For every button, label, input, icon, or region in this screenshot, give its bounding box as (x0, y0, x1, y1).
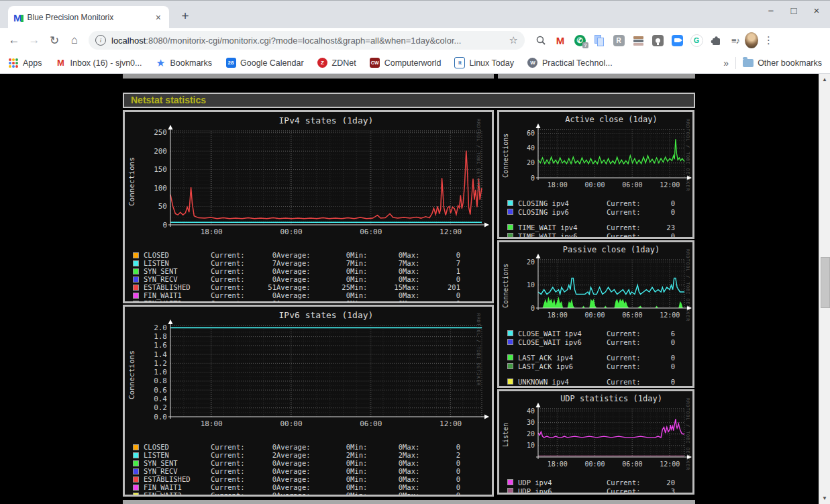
ipv6-legend: CLOSEDCurrent:0Average:0Min:0Max:0LISTEN… (127, 441, 492, 497)
minimize-button[interactable]: − (764, 5, 778, 16)
reload-button[interactable]: ↻ (46, 32, 63, 49)
graph-panel-active-close[interactable]: Connections 020406018:0000:0006:0012:00A… (497, 110, 694, 239)
legend-swatch (507, 233, 513, 239)
bookmark-item[interactable]: Apps (8, 58, 42, 68)
legend-row: CLOSE_WAIT ipv4Current:6 (507, 329, 692, 338)
playlist-ext-icon[interactable]: ≡♪ (729, 34, 742, 47)
graph-panel-ipv6-states[interactable]: Connections 0.00.20.40.60.81.01.21.41.61… (123, 305, 494, 497)
legend-swatch (133, 468, 139, 474)
bookmark-item[interactable]: MInbox (16) - sjvn0... (56, 58, 142, 68)
y-axis-label: Connections (127, 115, 138, 249)
legend-swatch (133, 293, 139, 299)
svg-text:20: 20 (527, 258, 535, 266)
rrdtool-branding: RRDTOOL / TOBI OETIKER (685, 398, 690, 470)
legend-swatch (133, 260, 139, 266)
books-stack-ext-icon[interactable] (631, 34, 645, 47)
site-info-icon[interactable]: i (95, 35, 106, 46)
y-axis-label: Connections (502, 115, 513, 197)
forward-button[interactable]: → (25, 32, 43, 49)
browser-tab[interactable]: M Blue Precision Monitorix × (8, 6, 169, 29)
svg-text:00:00: 00:00 (585, 181, 605, 189)
address-bar[interactable]: i localhost:8080/monitorix-cgi/monitorix… (89, 31, 525, 50)
bookmark-item[interactable]: ltLinux Today (454, 58, 514, 68)
url-text[interactable]: localhost:8080/monitorix-cgi/monitorix.c… (111, 36, 505, 46)
legend-row: FIN_WAIT2Current:0Average:0Min:0Max:0 (133, 491, 492, 497)
bookmark-item[interactable]: ZZDNet (317, 58, 356, 68)
svg-text:1.6: 1.6 (154, 341, 167, 350)
legend-row: TIME_WAIT ipv6Current:0 (507, 232, 692, 239)
search-ext-icon[interactable] (534, 34, 548, 47)
rrdtool-branding: RRDTOOL / TOBI OETIKER (476, 313, 481, 386)
bookmark-item[interactable]: WPractical Technol... (527, 58, 613, 68)
svg-text:10: 10 (527, 442, 535, 449)
browser-window: M Blue Precision Monitorix × + − □ × ← →… (0, 0, 830, 504)
graph-panel-udp-statistics[interactable]: Listen 1020304018:0000:0006:0012:00UDP s… (497, 389, 694, 495)
svg-text:1.2: 1.2 (154, 359, 167, 368)
legend-row: FIN_WAIT1Current:0Average:0Min:0Max:0 (133, 291, 492, 299)
legend-row: LAST_ACK ipv4Current:0 (507, 353, 692, 362)
tab-close-icon[interactable]: × (153, 12, 164, 23)
legend-swatch (507, 354, 513, 360)
maximize-button[interactable]: □ (787, 5, 800, 16)
svg-text:60: 60 (527, 130, 535, 137)
svg-text:18:00: 18:00 (548, 460, 568, 468)
other-bookmarks-button[interactable]: Other bookmarks (743, 58, 822, 68)
legend-row: CLOSING ipv6Current:0 (507, 207, 692, 216)
computerworld-icon: CW (370, 58, 380, 68)
new-tab-button[interactable]: + (176, 7, 195, 26)
legend-swatch (507, 488, 513, 494)
legend-row: CLOSEDCurrent:0Average:0Min:0Max:0 (133, 443, 492, 451)
bookmark-item[interactable]: ★Bookmarks (156, 58, 213, 68)
legend-row: CLOSE_WAIT ipv6Current:0 (507, 338, 692, 346)
legend-row: SYN_SENTCurrent:0Average:0Min:0Max:1 (133, 267, 492, 275)
svg-text:18:00: 18:00 (201, 228, 223, 236)
legend-row: ESTABLISHEDCurrent:0Average:0Min:0Max:0 (133, 475, 492, 483)
legend-row: LAST_ACK ipv6Current:0 (507, 362, 692, 370)
svg-text:100: 100 (154, 184, 167, 193)
legend-row: FIN_WAIT2Current:0Average:0Min:0Max:0 (133, 299, 492, 303)
scrollbar-thumb[interactable] (821, 257, 830, 308)
svg-text:06:00: 06:00 (622, 460, 642, 468)
legend-swatch (133, 452, 139, 458)
scroll-down-arrow[interactable]: ▼ (819, 493, 830, 504)
graph-panel-ipv4-states[interactable]: Connections 05010015020025018:0000:0006:… (123, 110, 494, 303)
passive-close-legend: CLOSE_WAIT ipv4Current:6CLOSE_WAIT ipv6C… (502, 327, 692, 388)
svg-text:2.0: 2.0 (154, 323, 167, 332)
legend-swatch (133, 276, 139, 283)
gmail-ext-icon[interactable]: M (554, 34, 567, 47)
legend-swatch (133, 493, 139, 497)
udp-legend: UDP ipv4Current:20UDP ipv6Current:3 (502, 476, 692, 495)
browser-menu-icon[interactable]: ⋮ (761, 34, 776, 46)
google-voice-ext-icon[interactable]: ✆? (573, 34, 586, 47)
extensions-puzzle-icon[interactable] (709, 34, 723, 47)
svg-text:12:00: 12:00 (660, 311, 680, 319)
legend-row: SYN_RECVCurrent:0Average:0Min:0Max:0 (133, 467, 492, 475)
bookmark-item[interactable]: 28Google Calendar (225, 58, 304, 68)
bookmark-star-icon[interactable]: ☆ (509, 34, 518, 46)
svg-text:12:00: 12:00 (660, 181, 680, 189)
back-button[interactable]: ← (5, 32, 23, 49)
close-button[interactable]: × (810, 5, 823, 16)
vertical-scrollbar[interactable]: ▲ ▼ (819, 74, 830, 504)
svg-text:200: 200 (154, 147, 167, 156)
legend-row: SYN_SENTCurrent:0Average:0Min:0Max:0 (133, 459, 492, 467)
calendar-icon: 28 (226, 58, 236, 68)
lamp-ext-icon[interactable] (651, 34, 664, 47)
legend-swatch (507, 363, 513, 369)
graph-panel-passive-close[interactable]: Connections 0102018:0000:0006:0012:00Pas… (497, 240, 694, 388)
tab-strip: M Blue Precision Monitorix × + − □ × (0, 0, 830, 28)
reader-ext-icon[interactable]: R (612, 34, 625, 47)
wordpress-icon: W (527, 58, 537, 68)
home-button[interactable]: ⌂ (66, 32, 83, 49)
scroll-up-arrow[interactable]: ▲ (819, 74, 830, 85)
page-content: Netstat statistics Connections 050100150… (0, 74, 830, 504)
folder-icon (743, 58, 754, 68)
grammarly-ext-icon[interactable]: G (690, 34, 703, 47)
profile-avatar[interactable] (745, 34, 758, 47)
legend-swatch (133, 268, 139, 274)
copy-pages-ext-icon[interactable] (592, 34, 606, 47)
bookmark-item[interactable]: CWComputerworld (370, 58, 442, 68)
bookmarks-overflow-chevron[interactable]: » (723, 58, 729, 68)
svg-text:1.0: 1.0 (154, 368, 167, 376)
zoom-ext-icon[interactable] (670, 34, 684, 47)
